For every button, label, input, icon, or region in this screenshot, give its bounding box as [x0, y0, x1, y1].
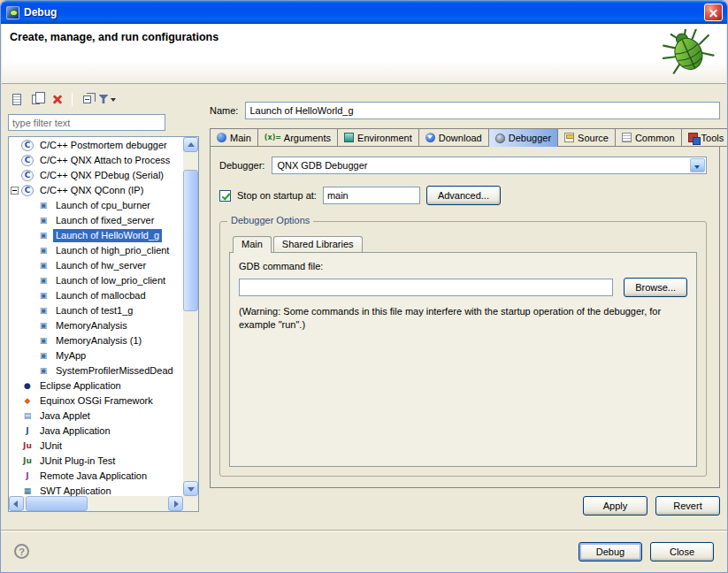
launch-config-icon: ▣: [37, 350, 50, 362]
tree-item[interactable]: ▣ SystemProfilerMissedDead: [9, 363, 183, 378]
close-icon[interactable]: [704, 4, 723, 21]
java-applet-icon: ▤: [21, 410, 34, 422]
qnx-config-icon: C: [21, 155, 34, 166]
tree-item[interactable]: ▣ Launch of hw_server: [9, 258, 183, 273]
filter-input[interactable]: [8, 114, 165, 131]
tab-environment[interactable]: Environment: [338, 128, 419, 147]
tree-item[interactable]: ▣ Launch of mallocbad: [9, 288, 183, 303]
tree-item[interactable]: C C/C++ QNX PDebug (Serial): [9, 168, 183, 183]
tree-item[interactable]: ▣ Launch of fixed_server: [9, 213, 183, 228]
qnx-config-icon: C: [21, 140, 34, 151]
toolbar-separator: [72, 93, 73, 106]
tab-source[interactable]: Source: [558, 128, 616, 147]
launch-config-icon: ▣: [37, 275, 50, 286]
tab-arguments[interactable]: Arguments: [258, 128, 338, 147]
tree-panel: C C/C++ Postmortem debugger C C/C++ QNX …: [8, 136, 199, 512]
tree-item[interactable]: ● Eclipse Application: [9, 378, 183, 393]
debugger-combobox[interactable]: QNX GDB Debugger: [272, 157, 707, 174]
dialog-body: C C/C++ Postmortem debugger C C/C++ QNX …: [1, 84, 727, 531]
debug-dialog: Debug Create, manage, and run configurat…: [0, 0, 728, 573]
tree-vertical-scrollbar[interactable]: [183, 137, 198, 496]
tree-item[interactable]: ▣ Launch of high_prio_client: [9, 243, 183, 258]
debugger-label: Debugger:: [219, 160, 264, 171]
tree-item[interactable]: C C/C++ QNX QConn (IP): [9, 183, 183, 198]
tab-download[interactable]: Download: [419, 128, 489, 147]
name-input[interactable]: [245, 102, 720, 119]
tab-main[interactable]: Main: [210, 128, 258, 147]
gdb-command-file-input[interactable]: [239, 279, 613, 296]
launch-config-icon: ▣: [37, 200, 50, 211]
expander-icon[interactable]: [11, 187, 19, 195]
tree-item[interactable]: C C/C++ QNX Attach to Process: [9, 153, 183, 168]
stop-on-startup-input[interactable]: [323, 187, 420, 204]
dialog-footer: ? Debug Close: [1, 530, 727, 572]
window-title: Debug: [24, 6, 704, 19]
tab-options-main[interactable]: Main: [233, 236, 272, 253]
tab-debugger[interactable]: Debugger: [489, 128, 558, 147]
dialog-icon: [6, 6, 19, 19]
horizontal-scroll-thumb[interactable]: [26, 496, 88, 511]
debugger-options-tabbar: Main Shared Libraries: [229, 236, 697, 252]
duplicate-icon: [32, 95, 40, 104]
launch-config-icon: ▣: [37, 365, 50, 377]
stop-on-startup-label: Stop on startup at:: [237, 190, 317, 201]
apply-button[interactable]: Apply: [583, 496, 648, 516]
tree-item[interactable]: ▣ MyApp: [9, 348, 183, 363]
common-tab-icon: [622, 133, 632, 142]
debug-button[interactable]: Debug: [579, 542, 642, 562]
tree-item[interactable]: ▣ Launch of HelloWorld_g: [9, 228, 183, 243]
main-tab-icon: [217, 133, 226, 142]
delete-configuration-button[interactable]: [49, 90, 66, 108]
combobox-dropdown-icon[interactable]: [690, 158, 705, 172]
duplicate-configuration-button[interactable]: [28, 90, 46, 108]
qnx-config-icon: C: [21, 170, 34, 181]
stop-on-startup-checkbox[interactable]: [219, 190, 231, 202]
configuration-form: Name: Main Arguments Environment: [210, 89, 720, 531]
tree-item[interactable]: ▣ Launch of cpu_burner: [9, 198, 183, 213]
tree-item[interactable]: Ju JUnit Plug-in Test: [9, 454, 183, 469]
launch-config-icon: ▣: [37, 230, 50, 241]
revert-button[interactable]: Revert: [655, 496, 720, 516]
tab-tools[interactable]: Tools: [682, 128, 728, 147]
help-icon[interactable]: ?: [14, 544, 29, 559]
tree-item[interactable]: C C/C++ Postmortem debugger: [9, 138, 183, 153]
tree-item[interactable]: J Remote Java Application: [9, 469, 183, 484]
tree-item[interactable]: ▣ MemoryAnalysis (1): [9, 333, 183, 348]
new-configuration-button[interactable]: [8, 90, 26, 108]
debugger-options-title: Debugger Options: [227, 215, 313, 225]
advanced-button[interactable]: Advanced...: [426, 186, 501, 205]
tree-item[interactable]: ▣ Launch of low_prio_client: [9, 273, 183, 288]
source-tab-icon: [564, 133, 574, 142]
launch-config-icon: ▣: [37, 215, 50, 226]
launch-config-icon: ▣: [37, 245, 50, 256]
launch-config-icon: ▣: [37, 335, 50, 347]
scroll-down-button[interactable]: [183, 481, 198, 496]
tree-item[interactable]: ▦ SWT Application: [9, 484, 183, 496]
tree-item[interactable]: Ju JUnit: [9, 439, 183, 454]
collapse-all-button[interactable]: [78, 90, 96, 108]
tree-item[interactable]: ▣ Launch of test1_g: [9, 303, 183, 318]
tab-shared-libraries[interactable]: Shared Libraries: [273, 236, 363, 252]
arguments-tab-icon: [264, 133, 280, 142]
close-button[interactable]: Close: [650, 542, 714, 562]
scroll-left-button[interactable]: [9, 496, 24, 511]
tree-item[interactable]: J Java Application: [9, 424, 183, 439]
scroll-right-button[interactable]: [168, 496, 183, 511]
browse-button[interactable]: Browse...: [624, 278, 687, 297]
chevron-down-icon: [111, 98, 116, 104]
tree-item[interactable]: ▣ MemoryAnalysis: [9, 318, 183, 333]
scroll-up-button[interactable]: [183, 137, 198, 152]
remote-java-icon: J: [21, 470, 34, 482]
tree-horizontal-scrollbar[interactable]: [9, 496, 183, 511]
collapse-all-icon: [83, 96, 91, 103]
filter-menu-button[interactable]: [98, 90, 116, 108]
name-label: Name:: [210, 105, 238, 116]
tree-item[interactable]: ◆ Equinox OSGi Framework: [9, 393, 183, 409]
delete-icon: [52, 94, 63, 104]
vertical-scroll-thumb[interactable]: [183, 170, 198, 311]
scrollbar-corner: [183, 496, 198, 511]
gdb-command-file-label: GDB command file:: [239, 261, 687, 271]
tab-common[interactable]: Common: [616, 128, 682, 147]
tree-item[interactable]: ▤ Java Applet: [9, 409, 183, 424]
launch-config-icon: ▣: [37, 320, 50, 332]
